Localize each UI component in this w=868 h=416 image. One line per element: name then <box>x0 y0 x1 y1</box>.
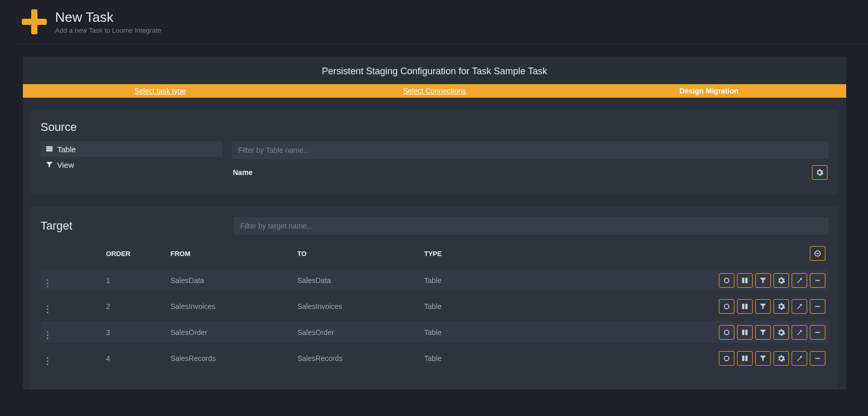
source-menu-table[interactable]: Table <box>41 141 222 157</box>
wizard-steps: Select task type Select Connections Desi… <box>23 84 846 98</box>
table-row: 2SalesInvoicesSalesInvoicesTable <box>41 295 828 317</box>
cell-order: 4 <box>106 354 170 363</box>
drag-handle-icon[interactable] <box>44 357 48 365</box>
refresh-icon <box>723 277 730 284</box>
svg-point-13 <box>725 330 729 335</box>
row-action-minus[interactable] <box>810 299 825 314</box>
row-actions <box>559 351 825 366</box>
row-action-gear[interactable] <box>773 351 789 366</box>
refresh-icon <box>723 329 730 336</box>
svg-rect-4 <box>816 253 819 254</box>
row-action-columns[interactable] <box>737 325 753 340</box>
minus-icon <box>814 303 821 310</box>
row-action-gear[interactable] <box>773 299 789 314</box>
drag-handle-icon[interactable] <box>44 305 48 313</box>
svg-rect-12 <box>816 306 820 307</box>
cell-from: SalesData <box>170 276 297 285</box>
cell-type: Table <box>424 302 559 311</box>
col-type: TYPE <box>424 250 559 258</box>
row-actions <box>559 273 825 288</box>
row-action-gear[interactable] <box>773 325 789 340</box>
minus-icon <box>814 329 821 336</box>
row-action-filter[interactable] <box>755 273 771 288</box>
row-action-columns[interactable] <box>737 299 753 314</box>
row-actions <box>559 299 825 314</box>
minus-icon <box>814 277 821 284</box>
wrench-icon <box>796 355 803 362</box>
cell-type: Table <box>424 354 559 363</box>
cell-from: SalesRecords <box>170 354 297 363</box>
svg-rect-7 <box>745 278 747 284</box>
drag-handle-icon[interactable] <box>44 279 48 287</box>
row-action-minus[interactable] <box>810 273 825 288</box>
svg-rect-20 <box>816 358 820 359</box>
row-action-wrench[interactable] <box>792 299 807 314</box>
row-action-minus[interactable] <box>810 351 825 366</box>
target-title: Target <box>41 219 225 233</box>
wrench-icon <box>796 329 803 336</box>
filter-icon <box>759 303 767 310</box>
gear-icon <box>816 169 823 176</box>
row-action-wrench[interactable] <box>792 351 807 366</box>
gear-icon <box>778 303 785 310</box>
svg-rect-6 <box>742 278 744 284</box>
source-settings-button[interactable] <box>812 165 827 180</box>
source-name-column: Name <box>233 168 253 177</box>
row-action-wrench[interactable] <box>792 325 807 340</box>
row-action-gear[interactable] <box>773 273 789 288</box>
minus-icon <box>814 355 821 362</box>
cell-to: SalesOrder <box>297 328 424 337</box>
wizard-step-connections[interactable]: Select Connections <box>297 84 572 98</box>
svg-rect-1 <box>46 148 52 150</box>
row-action-columns[interactable] <box>737 351 753 366</box>
source-menu-view-label: View <box>57 160 74 169</box>
gear-icon <box>778 355 785 362</box>
row-action-filter[interactable] <box>755 299 771 314</box>
wizard-step-task-type[interactable]: Select task type <box>23 84 297 98</box>
page-title: New Task <box>55 9 161 25</box>
row-action-filter[interactable] <box>755 351 771 366</box>
row-action-columns[interactable] <box>737 273 753 288</box>
panel-title: Persistent Staging Configuration for Tas… <box>23 57 846 84</box>
svg-rect-10 <box>742 304 744 310</box>
row-action-wrench[interactable] <box>792 273 807 288</box>
svg-rect-11 <box>745 304 747 310</box>
drag-handle-icon[interactable] <box>44 331 48 339</box>
target-add-button[interactable] <box>810 246 825 261</box>
row-action-minus[interactable] <box>810 325 825 340</box>
columns-icon <box>741 329 748 336</box>
table-row: 4SalesRecordsSalesRecordsTable <box>41 347 828 369</box>
columns-icon <box>741 303 748 310</box>
row-action-refresh[interactable] <box>719 351 734 366</box>
page-subtitle: Add a new Task to Loome Integrate <box>55 26 161 34</box>
svg-point-9 <box>725 304 729 309</box>
svg-rect-16 <box>816 332 820 333</box>
columns-icon <box>741 277 748 284</box>
gear-icon <box>778 329 785 336</box>
source-menu-view[interactable]: View <box>41 157 222 172</box>
filter-icon <box>759 329 767 336</box>
source-menu-table-label: Table <box>57 145 76 154</box>
table-row: 3SalesOrderSalesOrderTable <box>41 321 828 343</box>
target-table-header: ORDER FROM TO TYPE <box>41 242 828 265</box>
svg-point-5 <box>725 278 729 283</box>
svg-rect-19 <box>745 356 747 361</box>
row-action-refresh[interactable] <box>719 299 734 314</box>
cell-order: 2 <box>106 302 170 311</box>
refresh-icon <box>723 303 730 310</box>
wrench-icon <box>796 303 803 310</box>
row-actions <box>559 325 825 340</box>
row-action-refresh[interactable] <box>719 273 734 288</box>
row-action-refresh[interactable] <box>719 325 734 340</box>
source-filter-input[interactable] <box>232 141 828 159</box>
row-action-filter[interactable] <box>755 325 771 340</box>
filter-icon <box>759 355 767 362</box>
page-header: New Task Add a new Task to Loome Integra… <box>16 0 868 44</box>
columns-icon <box>741 355 748 362</box>
svg-rect-0 <box>46 146 52 148</box>
source-title: Source <box>41 120 828 134</box>
col-order: ORDER <box>106 250 170 258</box>
svg-rect-8 <box>816 280 820 281</box>
target-filter-input[interactable] <box>234 217 828 235</box>
wizard-step-design-migration[interactable]: Design Migration <box>572 84 846 98</box>
